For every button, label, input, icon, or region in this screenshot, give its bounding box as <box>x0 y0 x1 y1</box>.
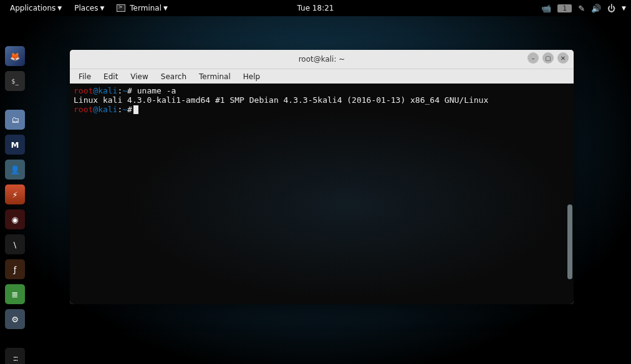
terminal-output-1: Linux kali 4.3.0-kali1-amd64 #1 SMP Debi… <box>74 95 488 105</box>
menu-file[interactable]: File <box>72 70 97 83</box>
minimize-button[interactable]: – <box>527 52 539 64</box>
apps-grid-icon: ::: <box>12 353 17 363</box>
maximize-icon: ▢ <box>545 55 551 62</box>
wireshark-icon: \ <box>14 240 16 249</box>
menu-search[interactable]: Search <box>155 70 193 83</box>
terminal-command-1: uname -a <box>137 86 176 95</box>
workspace-indicator[interactable]: 1 <box>557 4 572 12</box>
dock-item-tweak-tool[interactable]: ⚙ <box>5 309 25 329</box>
prompt-hash: # <box>127 86 132 95</box>
leafpad-icon: ≣ <box>12 290 19 299</box>
dock-item-faraday[interactable]: ƒ <box>5 259 25 279</box>
maltego-icon: ◉ <box>11 215 18 224</box>
terminal-app-menu[interactable]: Terminal ▼ <box>112 1 173 15</box>
maximize-button[interactable]: ▢ <box>542 52 554 64</box>
prompt-at: @ <box>93 86 98 95</box>
applications-label: Applications <box>10 4 55 12</box>
dock-item-burpsuite[interactable]: ⚡ <box>5 184 25 204</box>
prompt-host: kali <box>98 105 117 114</box>
prompt-at: @ <box>93 105 98 114</box>
prompt-host: kali <box>98 86 117 95</box>
terminal-icon <box>117 4 125 12</box>
prompt-user: root <box>74 86 93 95</box>
menu-help[interactable]: Help <box>237 70 266 83</box>
terminal-app-label: Terminal <box>130 4 161 12</box>
burpsuite-icon: ⚡ <box>12 190 17 199</box>
terminal-scrollbar[interactable] <box>566 86 572 302</box>
dock-item-maltego[interactable]: ◉ <box>5 209 25 229</box>
chevron-down-icon: ▼ <box>100 5 104 11</box>
volume-icon[interactable]: 🔊 <box>591 4 601 13</box>
tool-icon[interactable]: ✎ <box>578 4 585 13</box>
terminal-body[interactable]: root@kali:~# uname -a Linux kali 4.3.0-k… <box>70 84 574 304</box>
gear-icon: ⚙ <box>11 315 19 324</box>
top-panel: Applications ▼ Places ▼ Terminal ▼ Tue 1… <box>0 0 631 16</box>
minimize-icon: – <box>532 55 535 62</box>
power-icon[interactable]: ⏻ <box>607 4 615 13</box>
dock-item-metasploit[interactable]: M <box>5 135 25 155</box>
dock-item-armitage[interactable]: 👤 <box>5 160 25 180</box>
chevron-down-icon: ▼ <box>622 5 626 11</box>
dock-item-show-apps[interactable]: ::: <box>5 348 25 364</box>
iceweasel-icon: 🦊 <box>10 52 20 61</box>
armitage-icon: 👤 <box>10 165 20 175</box>
dock-item-wireshark[interactable]: \ <box>5 234 25 254</box>
window-titlebar[interactable]: root@kali: ~ – ▢ ✕ <box>70 50 574 69</box>
menu-edit[interactable]: Edit <box>97 70 124 83</box>
clock-text: Tue 18:21 <box>297 4 334 12</box>
scrollbar-thumb[interactable] <box>567 204 572 279</box>
terminal-window: root@kali: ~ – ▢ ✕ File Edit View Search… <box>70 50 574 304</box>
panel-clock[interactable]: Tue 18:21 <box>297 4 334 12</box>
chevron-down-icon: ▼ <box>163 5 168 11</box>
prompt-dir: ~ <box>122 86 127 95</box>
metasploit-icon: M <box>11 140 19 150</box>
close-button[interactable]: ✕ <box>557 52 569 64</box>
dock: 🦊 🗂 M 👤 ⚡ ◉ \ ƒ ≣ ⚙ ::: <box>2 44 27 364</box>
files-icon: 🗂 <box>11 115 19 125</box>
dock-item-terminal[interactable] <box>5 71 25 91</box>
prompt-hash: # <box>127 105 132 114</box>
menu-terminal[interactable]: Terminal <box>193 70 237 83</box>
window-title: root@kali: ~ <box>299 55 345 64</box>
dock-item-files[interactable]: 🗂 <box>5 110 25 130</box>
recording-icon[interactable]: 📹 <box>541 4 551 13</box>
chevron-down-icon: ▼ <box>57 5 62 11</box>
faraday-icon: ƒ <box>14 265 17 274</box>
menu-view[interactable]: View <box>124 70 154 83</box>
close-icon: ✕ <box>561 55 566 62</box>
places-label: Places <box>74 4 98 12</box>
prompt-user: root <box>74 105 93 114</box>
prompt-dir: ~ <box>122 105 127 114</box>
terminal-cursor <box>133 105 138 114</box>
applications-menu[interactable]: Applications ▼ <box>5 1 67 15</box>
places-menu[interactable]: Places ▼ <box>69 1 109 15</box>
dock-item-iceweasel[interactable]: 🦊 <box>5 46 25 66</box>
terminal-menubar: File Edit View Search Terminal Help <box>70 69 574 84</box>
dock-item-leafpad[interactable]: ≣ <box>5 284 25 304</box>
